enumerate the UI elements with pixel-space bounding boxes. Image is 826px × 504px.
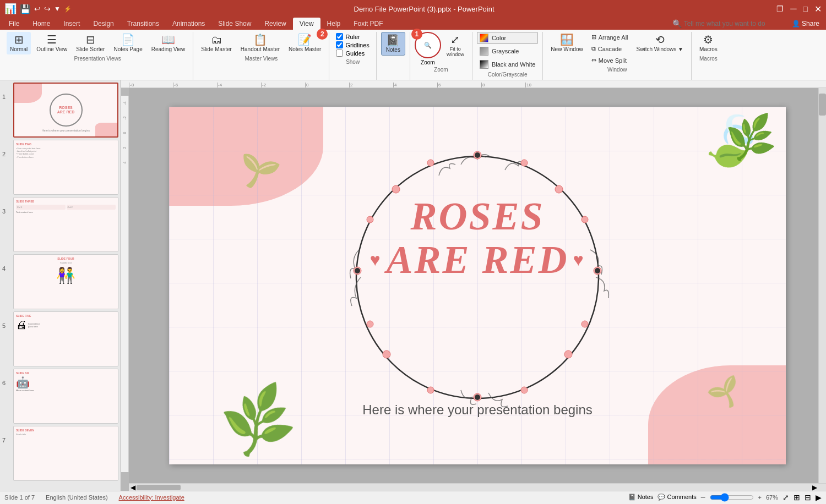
powerpoint-icon: 📊	[4, 3, 17, 15]
tab-file[interactable]: File	[2, 18, 26, 30]
slide-img-4[interactable]: SLIDE FOUR Subtitle text 👫	[13, 254, 118, 309]
handout-master-label: Handout Master	[241, 46, 280, 52]
h-scroll-right[interactable]: ▶	[811, 484, 818, 491]
h-scroll-left[interactable]: ◀	[129, 484, 137, 491]
undo-icon[interactable]: ↩	[34, 4, 41, 13]
tab-view[interactable]: View	[293, 18, 320, 30]
share-btn[interactable]: 👤 Share	[792, 20, 819, 28]
cascade-label: Cascade	[598, 46, 622, 52]
slide-thumb-6[interactable]: 6 SLIDE SIX 🤖 More content here	[2, 369, 118, 424]
ruler-v-tick: -2	[123, 116, 127, 119]
guides-checkbox[interactable]	[336, 50, 343, 57]
comments-status-btn[interactable]: 💬 Comments	[657, 494, 696, 501]
slide-num-5: 5	[2, 322, 10, 329]
ruler-v-tick: 0	[123, 132, 127, 134]
slide-thumb-7[interactable]: 7 SLIDE SEVEN Final slide	[2, 426, 118, 481]
zoom-slider[interactable]	[710, 493, 754, 502]
notes-status-btn[interactable]: 📓 Notes	[628, 494, 654, 501]
color-btn[interactable]: Color	[477, 32, 538, 44]
arrange-all-btn[interactable]: ⊞ Arrange All	[589, 32, 631, 42]
slide-master-btn[interactable]: 🗂 Slide Master	[198, 32, 235, 54]
slide-sorter-btn[interactable]: ⊟ Slide Sorter	[73, 32, 108, 54]
tab-review[interactable]: Review	[258, 18, 292, 30]
slide-sorter-icon: ⊟	[86, 34, 95, 45]
tab-foxitpdf[interactable]: Foxit PDF	[347, 18, 389, 30]
ruler-tick: 4	[393, 83, 437, 87]
tab-animations[interactable]: Animations	[166, 18, 211, 30]
slide-thumb-4[interactable]: 4 SLIDE FOUR Subtitle text 👫	[2, 254, 118, 309]
grayscale-btn[interactable]: Grayscale	[477, 45, 538, 57]
notes-btn[interactable]: 📓 Notes	[381, 32, 405, 56]
slide-img-1[interactable]: ROSESARE RED Here is where your presenta…	[13, 83, 118, 138]
slide-num-4: 4	[2, 265, 10, 272]
h-scroll-thumb[interactable]	[137, 485, 181, 490]
close-btn[interactable]: ✕	[814, 4, 822, 14]
maximize-btn[interactable]: □	[803, 4, 808, 13]
tab-home[interactable]: Home	[26, 18, 57, 30]
ruler-checkbox[interactable]	[336, 33, 343, 40]
redo-icon[interactable]: ↪	[44, 4, 51, 13]
v-scrollbar[interactable]	[818, 88, 826, 483]
notes-master-btn[interactable]: 📝 Notes Master 2	[285, 32, 324, 54]
new-window-btn[interactable]: 🪟 New Window	[547, 32, 586, 54]
tab-transitions[interactable]: Transitions	[121, 18, 166, 30]
tab-slideshow[interactable]: Slide Show	[211, 18, 258, 30]
zoom-slider-minus[interactable]: ─	[701, 494, 705, 501]
view-reading-btn[interactable]: ▶	[816, 493, 822, 502]
slide-img-6[interactable]: SLIDE SIX 🤖 More content here	[13, 369, 118, 424]
canvas-container[interactable]: 🍃 🌿 🌿 🌱 🌱	[129, 88, 826, 483]
black-white-btn[interactable]: Black and White	[477, 58, 538, 70]
slide-panel[interactable]: 1 ROSESARE RED Here is where your presen…	[0, 80, 121, 491]
slide-thumb-5[interactable]: 5 SLIDE FIVE 🖨 Content textgoes here	[2, 311, 118, 366]
zoom-circle[interactable]: 1 🔍	[415, 32, 441, 58]
cascade-btn[interactable]: ⧉ Cascade	[589, 43, 631, 54]
slide-num-2: 2	[2, 151, 10, 157]
accessibility[interactable]: Accessibility: Investigate	[119, 494, 184, 501]
slide-img-2[interactable]: SLIDE TWO • Item one point text here• An…	[13, 140, 118, 195]
slide-img-7[interactable]: SLIDE SEVEN Final slide	[13, 426, 118, 481]
switch-windows-btn[interactable]: ⟲ Switch Windows ▼	[633, 32, 687, 54]
minimize-btn[interactable]: ─	[790, 4, 796, 14]
v-scroll-thumb[interactable]	[819, 94, 826, 116]
h-scrollbar[interactable]: ◀ ▶	[129, 483, 826, 491]
fit-slide-btn[interactable]: ⤢	[782, 493, 789, 502]
view-sorter-btn[interactable]: ⊟	[805, 493, 811, 502]
view-normal-btn[interactable]: ⊞	[794, 493, 800, 502]
grayscale-label: Grayscale	[492, 48, 519, 54]
fit-to-window-btn[interactable]: ⤢ Fit toWindow	[443, 32, 468, 59]
ruler-h: -8 -6 -4 -2 0 2 4 6 8 10	[121, 80, 826, 88]
slide-img-5[interactable]: SLIDE FIVE 🖨 Content textgoes here	[13, 311, 118, 366]
macros-btn[interactable]: ⚙ Macros	[696, 32, 721, 54]
handout-master-btn[interactable]: 📋 Handout Master	[237, 32, 283, 54]
reading-view-btn[interactable]: 📖 Reading View	[148, 32, 189, 54]
slide-thumb-2[interactable]: 2 SLIDE TWO • Item one point text here• …	[2, 140, 118, 195]
tab-insert[interactable]: Insert	[57, 18, 86, 30]
gridlines-checkbox-row[interactable]: Gridlines	[336, 41, 369, 48]
notes-page-label: Notes Page	[113, 46, 142, 52]
zoom-plus[interactable]: +	[758, 494, 762, 501]
notes-page-btn[interactable]: 📄 Notes Page	[110, 32, 145, 54]
ruler-checkbox-row[interactable]: Ruler	[336, 33, 369, 40]
zoom-label-bottom: Zoom	[434, 67, 448, 73]
search-input[interactable]	[684, 20, 783, 28]
tab-design[interactable]: Design	[86, 18, 120, 30]
slide-thumb-3[interactable]: 3 SLIDE THREE Col 1 Col 2 Text content h…	[2, 197, 118, 252]
save-icon[interactable]: 💾	[20, 4, 31, 14]
normal-view-btn[interactable]: ⊞ Normal	[7, 32, 31, 54]
restore-btn[interactable]: ❐	[776, 4, 784, 13]
customize-icon[interactable]: ▼	[54, 5, 61, 13]
ruler-v-tick: 2	[123, 147, 127, 149]
outline-view-btn[interactable]: ☰ Outline View	[33, 32, 70, 54]
guides-checkbox-row[interactable]: Guides	[336, 50, 369, 57]
slide-thumb-1[interactable]: 1 ROSESARE RED Here is where your presen…	[2, 83, 118, 138]
canvas-inner: -4 -2 0 2 4	[121, 88, 826, 483]
slide-img-3[interactable]: SLIDE THREE Col 1 Col 2 Text content her…	[13, 197, 118, 252]
step2-badge: 2	[317, 29, 328, 40]
ruler-tick: -2	[261, 83, 305, 87]
gridlines-checkbox[interactable]	[336, 41, 343, 48]
bw-label: Black and White	[492, 61, 535, 68]
heart-right: ♥	[573, 250, 585, 270]
ruler-tick: 2	[349, 83, 393, 87]
move-split-btn[interactable]: ⇔ Move Split	[589, 55, 631, 65]
tab-help[interactable]: Help	[320, 18, 347, 30]
